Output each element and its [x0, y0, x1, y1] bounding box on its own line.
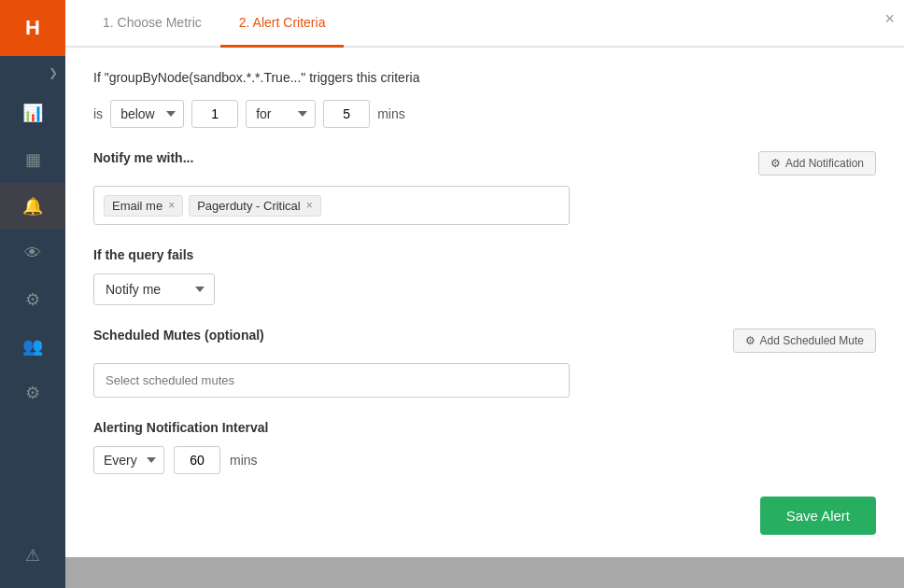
query-fails-title: If the query fails [93, 247, 876, 262]
scheduled-mutes-section: Scheduled Mutes (optional) ⚙ Add Schedul… [93, 328, 876, 398]
modal-overlay: × 1. Choose Metric 2. Alert Criteria If … [65, 0, 904, 588]
people-icon: 👥 [22, 336, 43, 357]
toggle-icon: ❯ [49, 66, 58, 79]
interval-input[interactable]: 60 [174, 446, 220, 474]
sidebar-item-monitor[interactable]: 👁 [0, 230, 65, 276]
save-alert-button[interactable]: Save Alert [760, 497, 876, 535]
notify-section: Notify me with... ⚙ Add Notification Ema… [93, 150, 876, 225]
sidebar-item-charts[interactable]: 📊 [0, 90, 65, 136]
gear-icon: ⚙ [25, 289, 40, 310]
scheduled-mutes-input[interactable] [93, 363, 570, 398]
condition-select[interactable]: below above equal [110, 100, 184, 128]
tag-pagerduty-remove[interactable]: × [306, 199, 313, 212]
alerting-interval-section: Alerting Notification Interval Every Onc… [93, 420, 876, 474]
notification-tags: Email me × Pagerduty - Critical × [93, 186, 570, 225]
is-label: is [93, 106, 103, 121]
threshold-input[interactable] [191, 100, 238, 128]
settings-icon: ⚙ [25, 383, 40, 403]
tag-pagerduty: Pagerduty - Critical × [189, 195, 321, 217]
modal-close-button[interactable]: × [884, 9, 895, 29]
sidebar-logo[interactable]: H [0, 0, 65, 56]
add-notification-button[interactable]: ⚙ Add Notification [758, 151, 876, 175]
sidebar-toggle[interactable]: ❯ [0, 56, 65, 90]
interval-mins-label: mins [230, 453, 258, 468]
modal-body: If "groupByNode(sandbox.*.*.True..." tri… [65, 48, 904, 557]
grid-icon: ▦ [25, 149, 41, 170]
notify-title: Notify me with... [93, 150, 193, 165]
sidebar-item-settings[interactable]: ⚙ [0, 370, 65, 416]
sidebar-item-warning[interactable]: ⚠ [0, 532, 65, 579]
tag-email-me: Email me × [104, 195, 183, 217]
criteria-title: If "groupByNode(sandbox.*.*.True..." tri… [93, 70, 876, 85]
for-select[interactable]: for every [246, 100, 316, 128]
eye-icon: 👁 [24, 244, 41, 263]
bell-icon: 🔔 [22, 196, 43, 217]
sidebar: H ❯ 📊 ▦ 🔔 👁 ⚙ 👥 ⚙ ⚠ [0, 0, 65, 588]
add-scheduled-mute-button[interactable]: ⚙ Add Scheduled Mute [733, 329, 876, 353]
notify-header: Notify me with... ⚙ Add Notification [93, 150, 876, 176]
tag-email-label: Email me [112, 199, 162, 213]
duration-input[interactable] [323, 100, 370, 128]
sidebar-item-alert[interactable]: 🔔 [0, 183, 65, 230]
save-row: Save Alert [93, 497, 876, 535]
query-fails-section: If the query fails Notify me Ignore [93, 247, 876, 305]
sidebar-item-gear[interactable]: ⚙ [0, 276, 65, 323]
gear-small-icon: ⚙ [770, 157, 781, 170]
charts-icon: 📊 [22, 103, 43, 123]
sidebar-item-grid[interactable]: ▦ [0, 136, 65, 183]
tag-email-remove[interactable]: × [168, 199, 175, 212]
tab-alert-criteria[interactable]: 2. Alert Criteria [220, 0, 345, 48]
gear-mute-icon: ⚙ [745, 334, 756, 347]
modal: × 1. Choose Metric 2. Alert Criteria If … [65, 0, 904, 557]
warning-icon: ⚠ [25, 545, 40, 566]
tag-pagerduty-label: Pagerduty - Critical [197, 199, 301, 213]
logo-text: H [25, 16, 40, 40]
query-fails-select[interactable]: Notify me Ignore [93, 273, 215, 305]
sidebar-item-team[interactable]: 👥 [0, 323, 65, 370]
criteria-row: is below above equal for every mins [93, 100, 876, 128]
alerting-interval-title: Alerting Notification Interval [93, 420, 876, 435]
alerting-row: Every Once 60 mins [93, 446, 876, 474]
query-fails-select-wrap: Notify me Ignore [93, 273, 215, 305]
mins-label: mins [377, 106, 405, 121]
modal-tabs: 1. Choose Metric 2. Alert Criteria [65, 0, 904, 48]
scheduled-mutes-header: Scheduled Mutes (optional) ⚙ Add Schedul… [93, 328, 876, 354]
scheduled-mutes-title: Scheduled Mutes (optional) [93, 328, 264, 343]
tab-choose-metric[interactable]: 1. Choose Metric [84, 0, 220, 48]
frequency-select[interactable]: Every Once [93, 446, 164, 474]
